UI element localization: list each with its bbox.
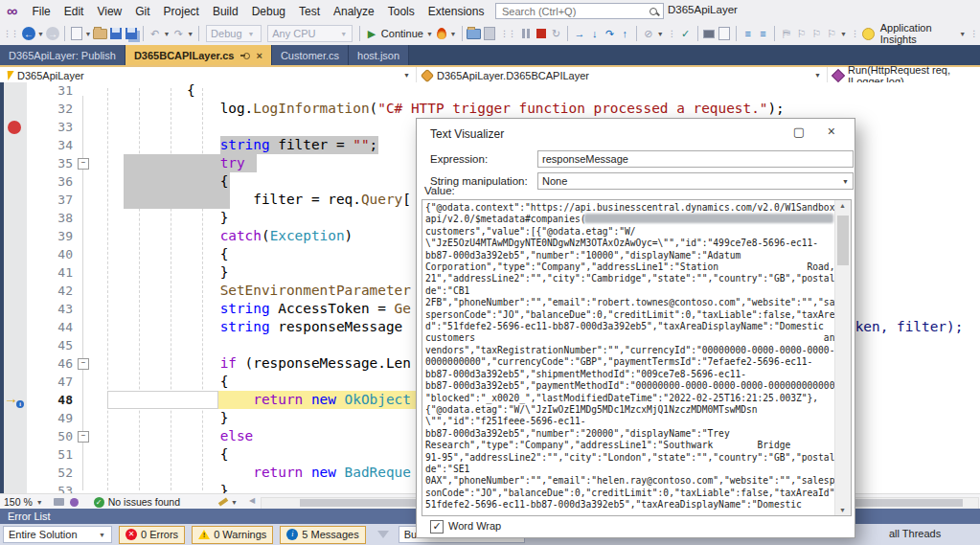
menu-tools[interactable]: Tools — [381, 2, 422, 21]
filter-icon[interactable] — [377, 531, 389, 538]
menu-debug[interactable]: Debug — [245, 2, 292, 21]
find-in-files-icon[interactable] — [467, 26, 481, 41]
continue-icon[interactable]: ▶ — [365, 26, 378, 41]
collapse-region-46[interactable]: − — [78, 358, 89, 370]
step-into-icon[interactable]: ↓ — [588, 26, 602, 41]
show-next-statement-icon[interactable]: → — [573, 26, 586, 41]
quick-search-box[interactable] — [495, 3, 664, 19]
stop-debugging-icon[interactable] — [535, 26, 548, 41]
menu-git[interactable]: Git — [128, 2, 156, 21]
new-file-icon[interactable] — [70, 26, 83, 41]
tab-customer-cs[interactable]: Customer.cs — [272, 45, 349, 65]
editor-health-label[interactable]: No issues found — [108, 496, 180, 508]
errors-filter-button[interactable]: ✕ 0 Errors — [119, 526, 185, 544]
messages-filter-button[interactable]: i 5 Messages — [280, 526, 365, 544]
error-scope-combo[interactable]: Entire Solution▼ — [3, 526, 112, 543]
warnings-filter-button[interactable]: 0 Warnings — [192, 526, 273, 544]
code-line-31[interactable]: 31 { — [0, 82, 980, 100]
close-tab-icon[interactable]: × — [256, 50, 262, 61]
indent-increase-icon[interactable]: ≡ — [756, 26, 769, 41]
step-out-icon[interactable]: ↑ — [618, 26, 631, 41]
spell-check-icon[interactable]: ✓ — [679, 26, 693, 41]
type-dropdown[interactable]: D365ApiLayer.D365BCAPILayer ▼ — [417, 67, 828, 83]
breakpoint-indicator[interactable] — [8, 121, 21, 134]
breakpoints-icon[interactable]: ⊘ — [642, 26, 655, 41]
restart-icon[interactable]: ↻ — [550, 26, 563, 41]
redo-icon[interactable]: ↷ — [172, 26, 186, 41]
menu-file[interactable]: File — [25, 2, 57, 21]
application-insights-label[interactable]: Application Insights — [880, 22, 958, 45]
bookmarks-dropdown[interactable]: ▼ — [840, 31, 847, 37]
toolbar-grip-5[interactable]: ⋮ — [969, 29, 977, 38]
toolbar-grip[interactable]: ⋮⋮ — [3, 29, 18, 38]
code-line-32[interactable]: 32 log.LogInformation("C# HTTP trigger f… — [0, 100, 980, 118]
value-scrollbar[interactable]: ▲ ▼ — [834, 200, 851, 515]
open-folder-icon[interactable] — [93, 26, 107, 41]
scroll-thumb[interactable] — [837, 216, 849, 265]
maximize-icon[interactable]: ▢ — [793, 125, 805, 139]
navigate-forward-button[interactable]: → — [46, 26, 59, 41]
close-icon[interactable]: × — [828, 124, 835, 139]
hscroll-left-arrow[interactable]: ◀ — [249, 496, 255, 505]
indent-decrease-icon[interactable]: ≡ — [741, 26, 755, 41]
collapse-region-35[interactable]: − — [78, 158, 89, 170]
solution-configuration-combo[interactable]: Debug▼ — [206, 25, 262, 42]
manipulation-combo[interactable]: None ▼ — [537, 172, 854, 190]
prev-bookmark-icon[interactable]: ⚐ — [795, 26, 809, 41]
extension-icon[interactable] — [70, 498, 79, 507]
solution-platform-combo[interactable]: Any CPU▼ — [267, 25, 353, 42]
continue-dropdown[interactable]: ▼ — [426, 31, 433, 37]
word-wrap-checkbox[interactable]: ✓ — [430, 520, 444, 534]
undo-icon[interactable]: ↶ — [148, 26, 162, 41]
expression-input[interactable]: responseMessage — [537, 150, 854, 168]
toolbar-grip-4[interactable]: ⋮ — [851, 29, 858, 38]
menu-test[interactable]: Test — [292, 2, 327, 21]
undo-dropdown[interactable]: ▼ — [164, 31, 171, 37]
clear-bookmarks-icon[interactable]: ⚐ — [825, 26, 838, 41]
tab-host-json[interactable]: host.json — [349, 45, 409, 65]
new-file-dropdown[interactable]: ▼ — [85, 31, 92, 37]
tab-label: Customer.cs — [281, 50, 339, 61]
continue-button[interactable]: Continue — [381, 28, 423, 39]
window-layout-icon[interactable] — [483, 26, 496, 41]
menu-edit[interactable]: Edit — [57, 2, 91, 21]
document-outline-icon[interactable] — [718, 26, 731, 41]
keyboard-icon[interactable] — [702, 26, 716, 41]
application-insights-icon[interactable] — [862, 26, 876, 41]
value-text-area[interactable]: {"@odata.context":"https://api.businessc… — [422, 199, 852, 516]
menu-view[interactable]: View — [90, 2, 128, 21]
project-dropdown[interactable]: D365ApiLayer ▼ — [0, 67, 417, 83]
save-all-icon[interactable] — [125, 26, 138, 41]
tab-d365bcapilayer-cs[interactable]: D365BCAPILayer.cs× — [125, 45, 272, 65]
member-dropdown[interactable]: Run(HttpRequest req, ILogger log) — [828, 67, 980, 83]
scroll-down-icon[interactable]: ▼ — [839, 507, 846, 513]
collapse-region-50[interactable]: − — [78, 431, 89, 443]
pin-icon[interactable] — [240, 53, 250, 58]
text-visualizer-dialog: Text Visualizer ▢ × Expression: response… — [416, 118, 855, 538]
menu-build[interactable]: Build — [206, 2, 245, 21]
menu-project[interactable]: Project — [157, 2, 206, 21]
toolbar-grip-2[interactable]: ⋮⋮ — [500, 29, 515, 38]
navigate-back-dropdown[interactable]: ▼ — [37, 31, 44, 37]
printer-icon[interactable] — [54, 498, 64, 506]
next-bookmark-icon[interactable]: ⚐ — [810, 26, 824, 41]
navigate-back-button[interactable]: ← — [22, 26, 35, 41]
search-input[interactable] — [500, 5, 650, 18]
pause-icon[interactable] — [519, 26, 533, 41]
toolbar-grip-3[interactable]: ⋮ — [668, 29, 675, 38]
scroll-up-icon[interactable]: ▲ — [839, 202, 846, 209]
code-cleanup-icon[interactable] — [218, 497, 228, 506]
hot-reload-dropdown[interactable]: ▼ — [450, 31, 457, 37]
breakpoints-dropdown[interactable]: ▼ — [657, 31, 664, 37]
menu-extensions[interactable]: Extensions — [422, 2, 491, 21]
editor-zoom-selector[interactable]: 150 % ▼ — [4, 496, 44, 508]
tab-d365apilayer-publish[interactable]: D365ApiLayer: Publish — [0, 45, 125, 65]
hot-reload-icon[interactable] — [435, 26, 448, 41]
save-icon[interactable] — [109, 26, 123, 41]
application-insights-dropdown[interactable]: ▼ — [959, 31, 966, 37]
step-over-icon[interactable]: ↷ — [604, 26, 617, 41]
bookmark-icon[interactable]: ⛿ — [780, 26, 793, 41]
menu-analyze[interactable]: Analyze — [327, 2, 381, 21]
code-cleanup-dropdown[interactable]: ▼ — [231, 499, 238, 506]
redo-dropdown[interactable]: ▼ — [187, 31, 194, 37]
